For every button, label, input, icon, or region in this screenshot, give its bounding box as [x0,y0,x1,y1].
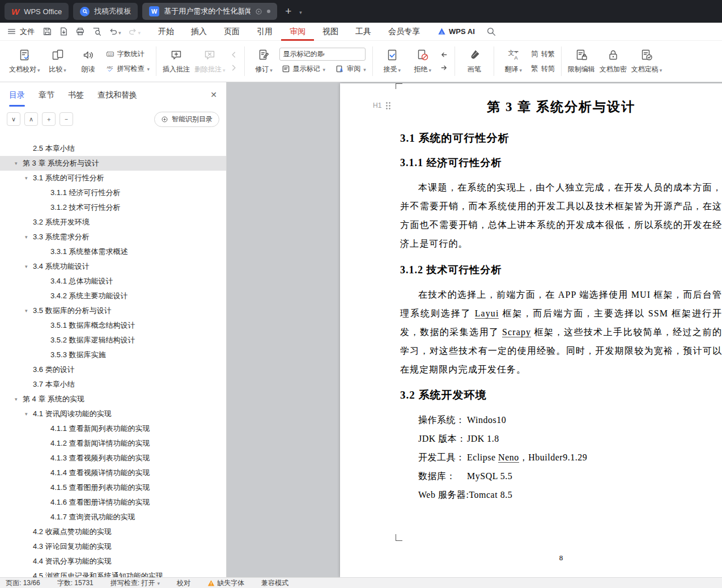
print-button[interactable] [75,27,85,36]
toc-item[interactable]: 3.6 类的设计 [0,362,226,377]
toc-item[interactable]: 4.4 资讯分享功能的实现 [0,554,226,569]
toc-item[interactable]: 4.1.5 查看图册列表功能的实现 [0,480,226,495]
toc-item[interactable]: 3.4.1 总体功能设计 [0,274,226,289]
undo-caret-icon[interactable] [118,27,121,37]
expand-arrow-icon[interactable]: ▾ [25,308,33,314]
new-tab-button[interactable]: + [282,5,295,18]
proofread-status[interactable]: 校对 [177,578,190,588]
expand-arrow-icon[interactable]: ▾ [25,234,33,240]
toc-item[interactable]: ▾3.4 系统功能设计 [0,259,226,274]
toc-item[interactable]: 4.1.6 查看图册详情功能的实现 [0,495,226,510]
simplified-to-traditional-button[interactable]: 简 转繁 [529,48,557,60]
tab-chapters[interactable]: 章节 [39,82,54,107]
read-aloud-button[interactable]: 朗读 [73,44,104,79]
print-preview-button[interactable] [92,27,101,36]
file-menu-button[interactable]: 文件 [7,27,35,37]
document-area[interactable]: H1 第 3 章 系统分析与设计3.1 系统的可行性分析3.1.1 经济可行性分… [227,82,722,577]
next-change-button[interactable] [438,62,451,74]
redo-caret-icon[interactable] [138,27,141,37]
toc-item[interactable]: 3.1.2 技术可行性分析 [0,200,226,215]
save-button[interactable] [43,27,52,36]
collapse-all-button[interactable]: ∧ [24,112,38,126]
export-pdf-button[interactable] [59,27,69,36]
accept-button[interactable]: 接受 [377,44,407,79]
tab-template-search[interactable]: 找稿壳模板 [73,3,138,20]
tab-find-replace[interactable]: 查找和替换 [97,82,137,107]
restrict-edit-button[interactable]: 限制编辑 [566,44,597,79]
brush-button[interactable]: 画笔 [459,44,490,79]
expand-arrow-icon[interactable]: ▾ [25,175,33,181]
close-icon[interactable]: ✕ [210,90,217,99]
tab-document[interactable]: W 基于用户需求的个性化新闻推 [142,3,277,20]
previous-change-button[interactable] [438,49,451,61]
compare-button[interactable]: 比较 [43,44,73,79]
toc-item[interactable]: 4.1.7 查询资讯功能的实现 [0,510,226,524]
track-changes-button[interactable]: 修订 [249,44,279,79]
show-markup-button[interactable]: 显示标记 [279,63,328,75]
tab-wps-office[interactable]: W WPS Office [5,3,69,20]
page-indicator[interactable]: 页面: 13/66 [6,578,40,588]
translate-button[interactable]: 文A 翻译 [498,44,529,79]
toc-item[interactable]: 3.5.1 数据库概念结构设计 [0,318,226,333]
tab-toc[interactable]: 目录 [9,82,25,107]
toc-item[interactable]: 2.5 本章小结 [0,141,226,156]
toc-item[interactable]: ▾第 3 章 系统分析与设计 [0,156,226,171]
toc-item[interactable]: 3.4.2 系统主要功能设计 [0,289,226,303]
next-comment-button[interactable] [228,62,240,74]
document-body[interactable]: 第 3 章 系统分析与设计3.1 系统的可行性分析3.1.1 经济可行性分析本课… [340,83,722,577]
expand-arrow-icon[interactable]: ▾ [15,396,23,402]
previous-comment-button[interactable] [228,49,240,61]
toc-item[interactable]: 4.3 评论回复功能的实现 [0,539,226,554]
expand-arrow-icon[interactable]: ▾ [25,411,33,417]
spell-check-status[interactable]: 拼写检查: 打开 [111,578,160,588]
redo-button[interactable] [128,27,141,37]
toc-item[interactable]: ▾3.1 系统的可行性分析 [0,171,226,185]
toc-item[interactable]: 3.1.1 经济可行性分析 [0,185,226,200]
wps-ai-button[interactable]: WPS AI [438,27,475,36]
search-button[interactable] [486,27,496,36]
tab-bookmarks[interactable]: 书签 [68,82,84,107]
smart-toc-button[interactable]: 智能识别目录 [154,112,219,127]
markup-state-dropdown[interactable]: 显示标记的最终状态 [279,48,366,61]
toc-item[interactable]: 4.1.1 查看新闻列表功能的实现 [0,421,226,436]
zoom-in-button[interactable]: ＋ [42,112,56,126]
toc-item[interactable]: 3.7 本章小结 [0,377,226,392]
traditional-to-simplified-button[interactable]: 繁 转简 [529,62,557,75]
expand-all-button[interactable]: ∨ [7,112,20,126]
document-page[interactable]: H1 第 3 章 系统分析与设计3.1 系统的可行性分析3.1.1 经济可行性分… [340,83,722,577]
toc-item[interactable]: ▾第 4 章 系统的实现 [0,392,226,407]
toc-item[interactable]: 4.1.4 查看视频详情功能的实现 [0,466,226,480]
finalize-button[interactable]: 文档定稿 [629,44,665,79]
toc-item[interactable]: ▾3.5 数据库的分析与设计 [0,303,226,318]
toc-item[interactable]: 4.2 收藏点赞功能的实现 [0,524,226,539]
delete-comment-button[interactable]: 删除批注 [192,44,228,79]
toc-item[interactable]: 3.2 系统开发环境 [0,215,226,230]
expand-arrow-icon[interactable]: ▾ [25,264,33,269]
zoom-out-button[interactable]: － [60,112,73,126]
insert-comment-button[interactable]: 插入批注 [160,44,192,79]
toc-item[interactable]: 3.3.1 系统整体需求概述 [0,244,226,259]
toc-item[interactable]: 3.5.2 数据库逻辑结构设计 [0,333,226,348]
tab-home[interactable]: 开始 [150,23,182,41]
tab-view[interactable]: 视图 [314,23,347,41]
word-count-indicator[interactable]: 字数: 15731 [57,578,94,588]
tab-page[interactable]: 页面 [215,23,248,41]
compat-mode-indicator[interactable]: 兼容模式 [261,578,288,588]
tab-member[interactable]: 会员专享 [380,23,428,41]
word-count-button[interactable]: 123 字数统计 [104,48,152,60]
spell-check-button[interactable]: ABC 拼写检查 [104,62,152,75]
tab-tools[interactable]: 工具 [347,23,380,41]
expand-arrow-icon[interactable]: ▾ [15,160,23,166]
tab-review[interactable]: 审阅 [281,23,314,41]
doc-proof-button[interactable]: 文档校对 [7,44,43,79]
toc-item[interactable]: 4.1.2 查看新闻详情功能的实现 [0,436,226,451]
toc-item[interactable]: 3.5.3 数据库实施 [0,348,226,362]
toc-item[interactable]: ▾3.3 系统需求分析 [0,230,226,244]
tab-unsaved-dot[interactable] [267,10,270,13]
undo-button[interactable] [108,27,121,37]
tab-insert[interactable]: 插入 [182,23,215,41]
reject-button[interactable]: 拒绝 [407,44,438,79]
missing-font-warning[interactable]: 缺失字体 [207,578,244,588]
tab-sync-icon[interactable] [255,8,262,15]
toc-item[interactable]: 4.5 浏览历史记录和系统通知功能的实现 [0,569,226,577]
